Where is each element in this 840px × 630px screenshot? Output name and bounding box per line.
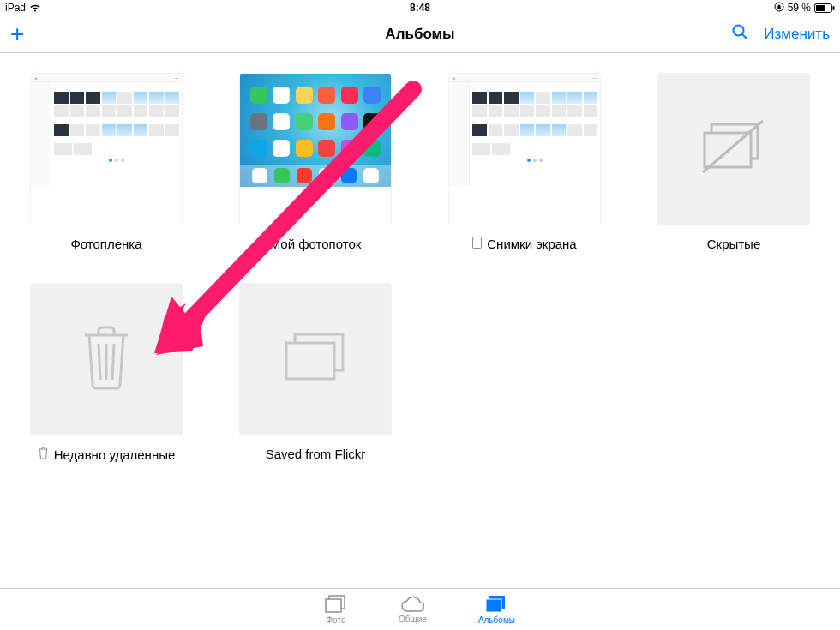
album-label: Снимки экрана — [472, 237, 576, 251]
album-label: Фотопленка — [70, 237, 141, 251]
hidden-icon — [696, 117, 771, 181]
navigation-bar: + Альбомы Изменить — [0, 15, 840, 53]
albums-grid-container: ◂⋯ — — — — [0, 53, 840, 588]
album-flickr[interactable]: Saved from Flickr — [237, 284, 394, 462]
albums-icon — [485, 595, 507, 614]
status-bar: iPad 8:48 59 % — [0, 0, 840, 15]
album-camera-roll[interactable]: ◂⋯ — — — — [27, 74, 185, 251]
svg-rect-3 — [833, 6, 835, 10]
svg-point-4 — [734, 26, 744, 36]
battery-icon — [814, 3, 835, 13]
svg-line-13 — [112, 344, 114, 380]
tab-bar: Фото Общие Альбомы — [0, 588, 840, 630]
svg-rect-2 — [816, 5, 825, 11]
battery-text: 59 % — [788, 2, 811, 14]
add-button[interactable]: + — [10, 22, 24, 46]
edit-button[interactable]: Изменить — [764, 26, 830, 43]
ipad-icon — [472, 237, 482, 251]
trash-icon — [38, 447, 49, 462]
album-label: Скрытые — [707, 237, 761, 251]
wifi-icon — [29, 3, 41, 12]
clock: 8:48 — [410, 2, 430, 14]
album-recently-deleted[interactable]: Недавно удаленные — [27, 284, 185, 462]
orientation-lock-icon — [774, 2, 784, 15]
album-label: Недавно удаленные — [38, 447, 176, 462]
stack-icon — [279, 329, 351, 389]
album-screenshots[interactable]: ◂⋯ — — — — [446, 74, 603, 251]
svg-rect-22 — [486, 599, 501, 612]
svg-line-5 — [743, 35, 747, 39]
svg-line-11 — [99, 344, 100, 380]
album-photostream[interactable]: Мой фотопоток — [237, 74, 394, 251]
svg-rect-20 — [326, 599, 341, 612]
album-label: Мой фотопоток — [270, 237, 362, 251]
search-icon[interactable] — [731, 23, 748, 45]
tab-shared[interactable]: Общие — [399, 596, 427, 624]
album-label: Saved from Flickr — [266, 447, 366, 461]
device-name: iPad — [5, 2, 26, 14]
trash-icon — [78, 323, 135, 395]
photos-icon — [325, 595, 347, 614]
svg-rect-15 — [286, 343, 334, 379]
tab-photos[interactable]: Фото — [325, 595, 347, 625]
album-hidden[interactable]: Скрытые — [655, 74, 813, 251]
cloud-icon — [400, 596, 424, 613]
svg-point-7 — [477, 246, 477, 247]
tab-albums[interactable]: Альбомы — [478, 595, 515, 625]
